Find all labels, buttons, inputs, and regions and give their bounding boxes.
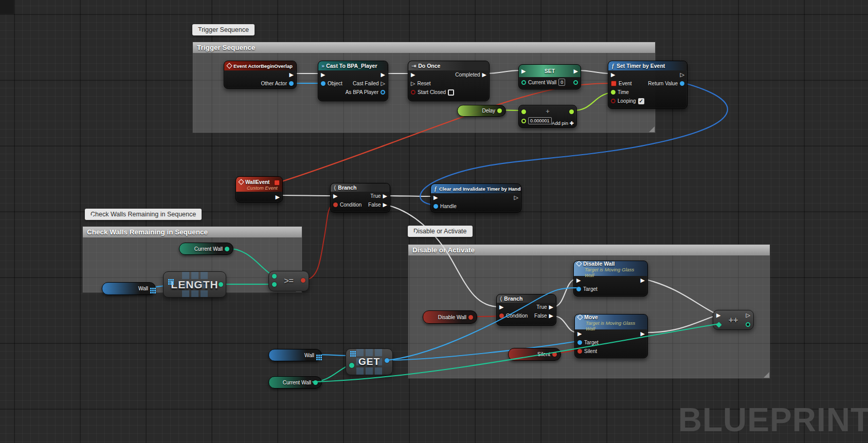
wire-exec-branch-true-to-cleartimer[interactable] xyxy=(387,196,433,196)
add-pin-icon[interactable]: ✚ xyxy=(570,120,574,126)
exec-in-pin[interactable]: ▷ xyxy=(411,81,415,86)
int-out-pin[interactable] xyxy=(573,80,578,85)
comment-resize-handle[interactable] xyxy=(649,126,655,132)
struct-in-pin[interactable] xyxy=(433,204,438,209)
bool-in-pin[interactable] xyxy=(411,90,415,95)
exec-out-pin[interactable]: ▶ xyxy=(383,202,387,208)
object-out-pin[interactable] xyxy=(381,90,385,95)
int-out-pin[interactable] xyxy=(746,322,750,327)
looping-checkbox[interactable]: ✓ xyxy=(638,98,644,104)
int-out-pin[interactable] xyxy=(225,247,229,251)
pill-get-wall-a[interactable]: Wall xyxy=(102,282,156,295)
exec-in-pin[interactable]: ▶ xyxy=(499,304,503,310)
node-branch-2[interactable]: ⟨Branch ▶True▶ ConditionFalse▶ xyxy=(496,294,556,326)
int-out-pin[interactable] xyxy=(219,282,223,287)
exec-in-pin[interactable]: ▶ xyxy=(321,72,325,78)
exec-out-pin[interactable]: ▶ xyxy=(641,278,645,283)
comment-trigger-header[interactable]: Trigger Sequence xyxy=(193,42,655,53)
float-out-pin[interactable] xyxy=(497,108,502,113)
int-in-pin[interactable] xyxy=(272,282,277,287)
bool-out-pin[interactable] xyxy=(301,278,305,283)
int-in-pin[interactable] xyxy=(521,80,526,85)
exec-in-pin[interactable]: ▶ xyxy=(611,72,615,78)
object-out-pin[interactable] xyxy=(385,358,389,363)
bool-in-pin[interactable] xyxy=(611,99,616,103)
exec-out-pin[interactable]: ▷ xyxy=(680,72,684,78)
node-event-actorbeginoverlap[interactable]: Event ActorBeginOverlap ▶ Other Actor xyxy=(224,61,297,89)
object-in-pin[interactable] xyxy=(577,340,582,345)
node-array-length[interactable]: LENGTH xyxy=(163,271,226,298)
array-in-pin[interactable] xyxy=(350,351,352,353)
exec-in-pin[interactable]: ▶ xyxy=(716,312,720,318)
start-closed-checkbox[interactable] xyxy=(448,89,454,96)
float-in-pin[interactable] xyxy=(521,109,526,114)
pill-get-silent[interactable]: Silent xyxy=(508,348,561,361)
int-in-pin[interactable] xyxy=(349,363,354,368)
exec-out-pin[interactable]: ▶ xyxy=(641,331,645,337)
exec-out-pin[interactable]: ▶ xyxy=(549,304,553,310)
int-out-pin[interactable] xyxy=(313,380,318,385)
wire-red-gte-to-condition[interactable] xyxy=(303,205,334,280)
node-cast-to-bpa-player[interactable]: » Cast To BPA_Player ▶▶ ObjectCast Faile… xyxy=(318,61,388,101)
exec-out-pin[interactable]: ▶ xyxy=(290,72,294,78)
blueprint-graph-canvas[interactable]: BLUEPRINT Trigger Sequence Check Walls R… xyxy=(0,0,868,443)
object-in-pin[interactable] xyxy=(321,81,326,86)
array-out-pin[interactable] xyxy=(316,355,318,356)
exec-in-pin[interactable]: ▶ xyxy=(521,68,526,74)
node-do-once[interactable]: ⇥ Do Once ▶Completed▶ ▷Reset Start Close… xyxy=(408,61,490,101)
exec-out-pin[interactable]: ▶ xyxy=(276,194,280,200)
exec-out-pin[interactable]: ▷ xyxy=(381,81,385,86)
pill-get-current-wall-a[interactable]: Current Wall xyxy=(179,243,233,255)
comment-disable-activate-header[interactable]: Disable or Activate xyxy=(408,245,770,255)
float-out-pin[interactable] xyxy=(569,109,574,114)
exec-out-pin[interactable]: ▷ xyxy=(746,312,750,318)
exec-out-pin[interactable]: ▶ xyxy=(574,68,578,74)
set-value-input[interactable]: 0 xyxy=(558,79,565,86)
node-disable-wall[interactable]: Disable Wall Target is Moving Glass Wall… xyxy=(573,261,648,297)
exec-out-pin[interactable]: ▶ xyxy=(381,72,385,78)
exec-out-pin[interactable]: ▷ xyxy=(514,195,518,200)
array-in-pin[interactable] xyxy=(168,279,170,281)
node-array-get[interactable]: GET xyxy=(346,348,393,375)
bool-in-pin[interactable] xyxy=(577,349,582,354)
object-in-pin[interactable] xyxy=(576,287,581,291)
exec-out-pin[interactable]: ▶ xyxy=(482,72,486,78)
float-value-input[interactable]: 0.000001 xyxy=(528,117,552,124)
bool-in-pin[interactable] xyxy=(333,202,338,207)
node-greater-equal[interactable]: >= xyxy=(268,271,309,291)
comment-bubble-trigger[interactable]: Trigger Sequence xyxy=(192,24,255,35)
float-in-pin[interactable] xyxy=(521,119,526,123)
bool-out-pin[interactable] xyxy=(552,352,557,357)
node-set-current-wall[interactable]: ▶ SET ▶ Current Wall 0 xyxy=(518,64,581,89)
int-in-pin[interactable] xyxy=(272,274,277,279)
exec-in-pin[interactable]: ▶ xyxy=(411,72,415,78)
node-set-timer-by-event[interactable]: ƒ Set Timer by Event ▶▷ EventReturn Valu… xyxy=(608,61,688,109)
wire-exec-wallevent-to-branch[interactable] xyxy=(280,195,333,196)
node-branch-1[interactable]: ⟨Branch ▶True▶ ConditionFalse▶ xyxy=(330,183,390,213)
node-wall-event[interactable]: WallEvent Custom Event ▶ xyxy=(236,176,283,202)
array-out-pin[interactable] xyxy=(150,288,152,289)
float-in-pin[interactable] xyxy=(611,90,616,95)
pill-get-delay[interactable]: Delay xyxy=(457,105,506,117)
exec-in-pin[interactable]: ▶ xyxy=(333,193,337,199)
node-move[interactable]: Move Target is Moving Glass Wall ▶▶ Targ… xyxy=(574,314,648,358)
bool-out-pin[interactable] xyxy=(468,315,473,320)
struct-out-pin[interactable] xyxy=(680,81,684,86)
exec-in-pin[interactable]: ▶ xyxy=(576,278,581,283)
node-clear-invalidate-timer[interactable]: ƒClear and Invalidate Timer by Handle ▶▷… xyxy=(430,183,521,213)
pill-get-wall-b[interactable]: Wall xyxy=(268,349,322,361)
comment-resize-handle[interactable] xyxy=(764,372,769,378)
exec-in-pin[interactable]: ▶ xyxy=(433,195,438,200)
bool-in-pin[interactable] xyxy=(499,313,504,318)
pill-get-current-wall-b[interactable]: Current Wall xyxy=(268,376,322,389)
node-float-add[interactable]: + 0.000001 Add pin✚ xyxy=(518,105,577,128)
pill-get-disable-wall[interactable]: Disable Wall xyxy=(423,310,477,324)
exec-out-pin[interactable]: ▶ xyxy=(549,313,553,319)
delegate-out-pin[interactable] xyxy=(274,180,280,186)
exec-in-pin[interactable]: ▶ xyxy=(577,331,582,337)
comment-bubble-check-walls[interactable]: Check Walls Remaining in Sequence xyxy=(85,209,202,220)
delegate-in-pin[interactable] xyxy=(611,81,617,86)
object-out-pin[interactable] xyxy=(289,81,294,86)
comment-check-walls-header[interactable]: Check Walls Remaining in Sequence xyxy=(83,227,302,237)
comment-bubble-disable-activate[interactable]: Disable or Activate xyxy=(408,226,473,237)
